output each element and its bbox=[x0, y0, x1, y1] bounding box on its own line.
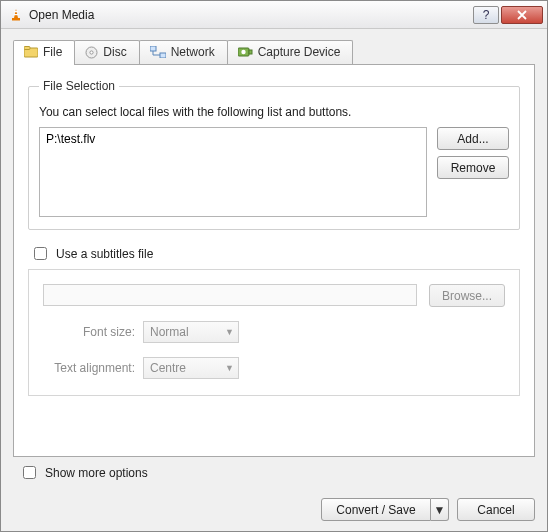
tab-file[interactable]: File bbox=[13, 40, 75, 65]
browse-button: Browse... bbox=[429, 284, 505, 307]
show-more-options-row[interactable]: Show more options bbox=[19, 463, 535, 482]
file-icon bbox=[24, 46, 38, 58]
file-selection-legend: File Selection bbox=[39, 79, 119, 93]
svg-rect-8 bbox=[150, 46, 156, 51]
help-icon: ? bbox=[483, 8, 490, 22]
svg-rect-3 bbox=[14, 14, 19, 15]
help-button[interactable]: ? bbox=[473, 6, 499, 24]
file-selection-group: File Selection You can select local file… bbox=[28, 79, 520, 230]
cancel-button[interactable]: Cancel bbox=[457, 498, 535, 521]
svg-point-11 bbox=[241, 50, 245, 54]
svg-rect-2 bbox=[14, 11, 18, 12]
subtitle-path-input bbox=[43, 284, 417, 306]
file-list[interactable]: P:\test.flv bbox=[39, 127, 427, 217]
disc-icon bbox=[85, 46, 98, 59]
alignment-value: Centre bbox=[150, 361, 186, 375]
app-icon bbox=[9, 8, 23, 22]
font-size-combo: Normal ▼ bbox=[143, 321, 239, 343]
window-title: Open Media bbox=[29, 8, 94, 22]
svg-rect-9 bbox=[160, 53, 166, 58]
svg-point-7 bbox=[90, 50, 93, 53]
font-size-value: Normal bbox=[150, 325, 189, 339]
tab-disc-label: Disc bbox=[103, 45, 126, 59]
close-button[interactable] bbox=[501, 6, 543, 24]
tab-disc[interactable]: Disc bbox=[74, 40, 139, 64]
alignment-combo: Centre ▼ bbox=[143, 357, 239, 379]
chevron-down-icon: ▼ bbox=[225, 363, 234, 373]
use-subtitles-row[interactable]: Use a subtitles file bbox=[30, 244, 520, 263]
tab-strip: File Disc Network Capture Device bbox=[13, 39, 535, 64]
tab-file-label: File bbox=[43, 45, 62, 59]
convert-save-button[interactable]: Convert / Save bbox=[321, 498, 431, 521]
svg-rect-1 bbox=[12, 18, 20, 21]
show-more-options-checkbox[interactable] bbox=[23, 466, 36, 479]
add-button[interactable]: Add... bbox=[437, 127, 509, 150]
open-media-dialog: Open Media ? File Disc Network bbox=[0, 0, 548, 532]
svg-rect-12 bbox=[249, 50, 252, 54]
close-icon bbox=[516, 10, 528, 20]
show-more-options-label: Show more options bbox=[45, 466, 148, 480]
dialog-footer: Convert / Save ▼ Cancel bbox=[1, 498, 547, 531]
capture-icon bbox=[238, 46, 253, 58]
chevron-down-icon: ▼ bbox=[434, 503, 446, 517]
network-icon bbox=[150, 46, 166, 58]
use-subtitles-label: Use a subtitles file bbox=[56, 247, 153, 261]
svg-rect-5 bbox=[24, 47, 30, 50]
convert-save-dropdown[interactable]: ▼ bbox=[431, 498, 449, 521]
tab-network[interactable]: Network bbox=[139, 40, 228, 64]
svg-marker-0 bbox=[14, 9, 18, 18]
alignment-label: Text alignment: bbox=[43, 361, 135, 375]
tab-file-panel: File Selection You can select local file… bbox=[13, 64, 535, 457]
file-list-item[interactable]: P:\test.flv bbox=[46, 132, 420, 146]
use-subtitles-checkbox[interactable] bbox=[34, 247, 47, 260]
chevron-down-icon: ▼ bbox=[225, 327, 234, 337]
file-selection-hint: You can select local files with the foll… bbox=[39, 105, 509, 119]
tab-network-label: Network bbox=[171, 45, 215, 59]
tab-capture-label: Capture Device bbox=[258, 45, 341, 59]
subtitles-group: Browse... Font size: Normal ▼ Text align… bbox=[28, 269, 520, 396]
remove-button[interactable]: Remove bbox=[437, 156, 509, 179]
font-size-label: Font size: bbox=[43, 325, 135, 339]
titlebar[interactable]: Open Media ? bbox=[1, 1, 547, 29]
tab-capture[interactable]: Capture Device bbox=[227, 40, 354, 64]
